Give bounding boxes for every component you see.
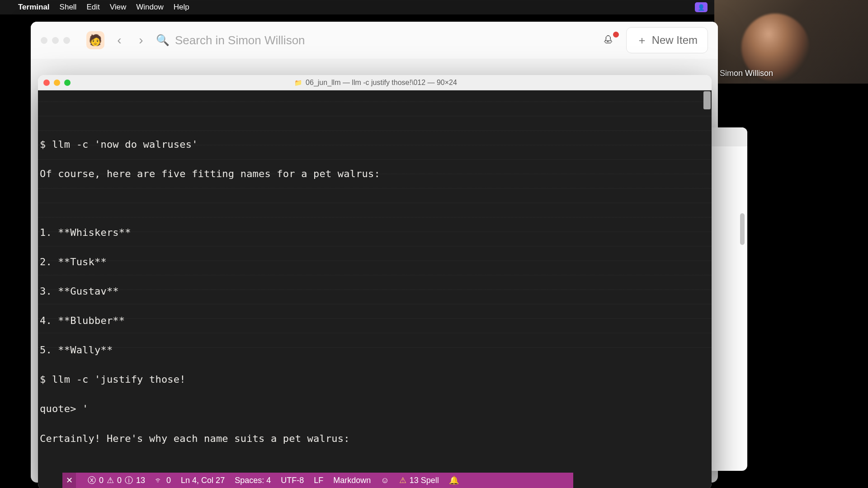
info-count: 13 — [136, 476, 145, 485]
terminal-line: $ llm -c 'now do walruses' — [40, 139, 198, 150]
zoom-button[interactable] — [64, 80, 71, 86]
scrollbar[interactable] — [740, 213, 745, 245]
nav-forward-button[interactable]: › — [134, 33, 148, 47]
webcam-overlay: Simon Willison — [714, 0, 868, 84]
terminal-line: 1. **Whiskers** — [40, 227, 131, 238]
warning-icon: ⚠ — [399, 475, 406, 485]
spell-button[interactable]: ⚠ 13 Spell — [399, 475, 439, 485]
ports-count: 0 — [166, 476, 171, 485]
search-input[interactable]: Search in Simon Willison — [175, 33, 305, 47]
vscode-statusbar[interactable]: ✕ ⓧ0 ⚠0 ⓘ13 ᯤ0 Ln 4, Col 27 Spaces: 4 UT… — [62, 473, 573, 488]
folder-icon: 📁 — [294, 79, 302, 86]
notifications-button[interactable]: 🕭 — [603, 33, 618, 48]
account-avatar[interactable]: 🧑 — [86, 31, 104, 49]
terminal-title: 06_jun_llm — llm -c justify those!\012 —… — [306, 79, 457, 87]
menu-view[interactable]: View — [110, 3, 127, 12]
antenna-icon: ᯤ — [155, 476, 163, 485]
terminal-line: Certainly! Here's why each name suits a … — [40, 433, 350, 444]
spell-count: 13 Spell — [410, 476, 439, 485]
terminal-line: Of course, here are five fitting names f… — [40, 168, 380, 179]
eol-button[interactable]: LF — [314, 476, 323, 485]
plus-icon: ＋ — [637, 33, 647, 47]
terminal-line: 4. **Blubber** — [40, 315, 125, 326]
problems-button[interactable]: ⓧ0 ⚠0 ⓘ13 — [88, 475, 145, 486]
nav-back-button[interactable]: ‹ — [113, 33, 126, 47]
warning-count: 0 — [117, 476, 122, 485]
terminal-line: $ llm -c 'justify those! — [40, 374, 186, 385]
active-app-name[interactable]: Terminal — [18, 3, 50, 12]
bell-icon[interactable]: 🔔 — [449, 475, 459, 485]
menu-shell[interactable]: Shell — [60, 3, 77, 12]
error-icon: ⓧ — [88, 475, 96, 486]
ports-button[interactable]: ᯤ0 — [155, 476, 171, 485]
background-window — [707, 127, 747, 471]
notification-dot-icon — [613, 32, 619, 38]
window-traffic-lights[interactable] — [41, 37, 70, 44]
info-icon: ⓘ — [125, 475, 133, 486]
menu-edit[interactable]: Edit — [86, 3, 99, 12]
feedback-icon[interactable]: ☺ — [381, 476, 389, 485]
minimize-button[interactable] — [54, 80, 60, 86]
warning-icon: ⚠ — [107, 475, 114, 485]
indentation-button[interactable]: Spaces: 4 — [235, 476, 271, 485]
window-traffic-lights[interactable] — [43, 80, 71, 86]
error-count: 0 — [99, 476, 104, 485]
screen-record-icon[interactable]: 👤 — [695, 2, 708, 12]
new-item-button[interactable]: ＋ New Item — [626, 27, 708, 53]
bell-icon: 🕭 — [603, 33, 614, 46]
menu-help[interactable]: Help — [174, 3, 189, 12]
webcam-name-label: Simon Willison — [720, 69, 773, 78]
terminal-line: 2. **Tusk** — [40, 256, 107, 267]
terminal-titlebar[interactable]: 📁 06_jun_llm — llm -c justify those!\012… — [38, 75, 712, 90]
language-mode-button[interactable]: Markdown — [333, 476, 371, 485]
terminal-line: 5. **Wally** — [40, 344, 113, 356]
scrollbar[interactable] — [703, 91, 711, 109]
close-button[interactable] — [43, 80, 50, 86]
remote-button[interactable]: ✕ — [62, 473, 76, 488]
terminal-line: 3. **Gustav** — [40, 286, 119, 297]
terminal-window[interactable]: 📁 06_jun_llm — llm -c justify those!\012… — [38, 75, 712, 488]
cursor-position[interactable]: Ln 4, Col 27 — [181, 476, 225, 485]
pm-toolbar: 🧑 ‹ › 🔍 Search in Simon Willison 🕭 ＋ New… — [31, 22, 718, 59]
terminal-line: quote> ' — [40, 403, 89, 414]
encoding-button[interactable]: UTF-8 — [281, 476, 304, 485]
new-item-label: New Item — [652, 34, 698, 47]
terminal-output[interactable]: $ llm -c 'now do walruses' Of course, he… — [38, 90, 712, 488]
search-icon: 🔍 — [156, 34, 170, 47]
menu-window[interactable]: Window — [136, 3, 163, 12]
